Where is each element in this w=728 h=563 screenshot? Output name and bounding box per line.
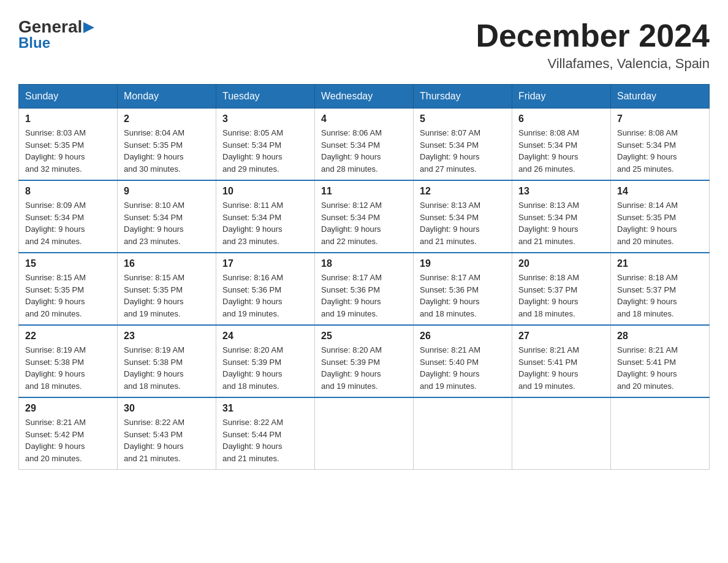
sunrise-label: Sunrise: 8:07 AM <box>420 128 480 137</box>
daylight-minutes: and 18 minutes. <box>518 309 575 318</box>
day-info: Sunrise: 8:21 AM Sunset: 5:40 PM Dayligh… <box>420 344 506 392</box>
sunset-label: Sunset: 5:34 PM <box>321 140 380 150</box>
day-number: 21 <box>617 258 703 269</box>
page-header: General Blue December 2024 Villafames, V… <box>18 18 710 72</box>
header-sunday: Sunday <box>19 85 118 109</box>
daylight-minutes: and 21 minutes. <box>124 454 181 463</box>
day-number: 29 <box>25 403 111 414</box>
table-row <box>315 397 414 470</box>
table-row: 24 Sunrise: 8:20 AM Sunset: 5:39 PM Dayl… <box>216 325 315 397</box>
table-row: 12 Sunrise: 8:13 AM Sunset: 5:34 PM Dayl… <box>414 180 512 253</box>
daylight-minutes: and 19 minutes. <box>518 381 575 391</box>
day-number: 23 <box>124 331 210 342</box>
daylight-label: Daylight: 9 hours <box>222 442 282 451</box>
sunrise-label: Sunrise: 8:17 AM <box>321 273 382 282</box>
calendar-week-row: 29 Sunrise: 8:21 AM Sunset: 5:42 PM Dayl… <box>19 397 710 470</box>
day-number: 4 <box>321 113 407 124</box>
sunset-label: Sunset: 5:36 PM <box>420 285 479 294</box>
header-wednesday: Wednesday <box>315 85 414 109</box>
calendar-week-row: 1 Sunrise: 8:03 AM Sunset: 5:35 PM Dayli… <box>19 109 710 181</box>
day-number: 13 <box>518 186 604 197</box>
daylight-label: Daylight: 9 hours <box>617 224 677 234</box>
daylight-label: Daylight: 9 hours <box>420 152 480 161</box>
logo-blue: Blue <box>18 34 50 52</box>
day-info: Sunrise: 8:13 AM Sunset: 5:34 PM Dayligh… <box>518 199 604 247</box>
table-row: 29 Sunrise: 8:21 AM Sunset: 5:42 PM Dayl… <box>19 397 118 470</box>
day-info: Sunrise: 8:08 AM Sunset: 5:34 PM Dayligh… <box>617 127 703 175</box>
day-info: Sunrise: 8:15 AM Sunset: 5:35 PM Dayligh… <box>124 272 210 320</box>
daylight-label: Daylight: 9 hours <box>124 224 184 234</box>
day-info: Sunrise: 8:21 AM Sunset: 5:41 PM Dayligh… <box>617 344 703 392</box>
sunrise-label: Sunrise: 8:09 AM <box>25 201 86 210</box>
day-info: Sunrise: 8:19 AM Sunset: 5:38 PM Dayligh… <box>124 344 210 392</box>
daylight-minutes: and 21 minutes. <box>420 237 477 246</box>
daylight-label: Daylight: 9 hours <box>518 224 578 234</box>
daylight-minutes: and 18 minutes. <box>222 381 279 391</box>
day-number: 19 <box>420 258 506 269</box>
sunrise-label: Sunrise: 8:15 AM <box>25 273 86 282</box>
daylight-label: Daylight: 9 hours <box>617 369 677 378</box>
day-info: Sunrise: 8:09 AM Sunset: 5:34 PM Dayligh… <box>25 199 111 247</box>
table-row: 6 Sunrise: 8:08 AM Sunset: 5:34 PM Dayli… <box>512 109 611 181</box>
sunrise-label: Sunrise: 8:21 AM <box>518 345 579 354</box>
calendar-week-row: 8 Sunrise: 8:09 AM Sunset: 5:34 PM Dayli… <box>19 180 710 253</box>
daylight-label: Daylight: 9 hours <box>124 369 184 378</box>
daylight-minutes: and 22 minutes. <box>321 237 378 246</box>
table-row: 16 Sunrise: 8:15 AM Sunset: 5:35 PM Dayl… <box>118 253 216 325</box>
daylight-label: Daylight: 9 hours <box>518 369 578 378</box>
table-row: 20 Sunrise: 8:18 AM Sunset: 5:37 PM Dayl… <box>512 253 611 325</box>
daylight-label: Daylight: 9 hours <box>617 152 677 161</box>
calendar-table: Sunday Monday Tuesday Wednesday Thursday… <box>18 84 710 470</box>
daylight-minutes: and 19 minutes. <box>124 309 181 318</box>
day-number: 30 <box>124 403 210 414</box>
day-number: 17 <box>222 258 308 269</box>
day-info: Sunrise: 8:11 AM Sunset: 5:34 PM Dayligh… <box>222 199 308 247</box>
sunrise-label: Sunrise: 8:21 AM <box>420 345 480 354</box>
logo: General Blue <box>18 18 96 52</box>
daylight-label: Daylight: 9 hours <box>518 152 578 161</box>
sunset-label: Sunset: 5:34 PM <box>222 140 281 150</box>
sunrise-label: Sunrise: 8:03 AM <box>25 128 86 137</box>
day-info: Sunrise: 8:21 AM Sunset: 5:41 PM Dayligh… <box>518 344 604 392</box>
day-info: Sunrise: 8:12 AM Sunset: 5:34 PM Dayligh… <box>321 199 407 247</box>
table-row: 13 Sunrise: 8:13 AM Sunset: 5:34 PM Dayl… <box>512 180 611 253</box>
sunset-label: Sunset: 5:38 PM <box>124 358 183 367</box>
sunset-label: Sunset: 5:41 PM <box>617 358 676 367</box>
sunset-label: Sunset: 5:36 PM <box>321 285 380 294</box>
sunset-label: Sunset: 5:42 PM <box>25 430 84 439</box>
daylight-minutes: and 18 minutes. <box>617 309 674 318</box>
table-row: 18 Sunrise: 8:17 AM Sunset: 5:36 PM Dayl… <box>315 253 414 325</box>
sunset-label: Sunset: 5:40 PM <box>420 358 479 367</box>
table-row <box>512 397 611 470</box>
sunrise-label: Sunrise: 8:13 AM <box>420 201 480 210</box>
daylight-label: Daylight: 9 hours <box>518 297 578 306</box>
month-year-title: December 2024 <box>476 18 710 53</box>
day-number: 15 <box>25 258 111 269</box>
sunrise-label: Sunrise: 8:18 AM <box>617 273 678 282</box>
daylight-minutes: and 24 minutes. <box>25 237 82 246</box>
weekday-header-row: Sunday Monday Tuesday Wednesday Thursday… <box>19 85 710 109</box>
day-number: 27 <box>518 331 604 342</box>
day-number: 8 <box>25 186 111 197</box>
daylight-minutes: and 18 minutes. <box>124 381 181 391</box>
table-row: 30 Sunrise: 8:22 AM Sunset: 5:43 PM Dayl… <box>118 397 216 470</box>
table-row: 28 Sunrise: 8:21 AM Sunset: 5:41 PM Dayl… <box>611 325 710 397</box>
table-row: 31 Sunrise: 8:22 AM Sunset: 5:44 PM Dayl… <box>216 397 315 470</box>
day-info: Sunrise: 8:20 AM Sunset: 5:39 PM Dayligh… <box>321 344 407 392</box>
daylight-label: Daylight: 9 hours <box>321 369 381 378</box>
sunset-label: Sunset: 5:34 PM <box>25 213 84 222</box>
table-row: 22 Sunrise: 8:19 AM Sunset: 5:38 PM Dayl… <box>19 325 118 397</box>
daylight-minutes: and 19 minutes. <box>222 309 279 318</box>
day-number: 25 <box>321 331 407 342</box>
day-info: Sunrise: 8:16 AM Sunset: 5:36 PM Dayligh… <box>222 272 308 320</box>
sunset-label: Sunset: 5:34 PM <box>321 213 380 222</box>
sunset-label: Sunset: 5:35 PM <box>124 140 183 150</box>
table-row: 26 Sunrise: 8:21 AM Sunset: 5:40 PM Dayl… <box>414 325 512 397</box>
daylight-minutes: and 27 minutes. <box>420 164 477 174</box>
daylight-label: Daylight: 9 hours <box>222 369 282 378</box>
daylight-minutes: and 29 minutes. <box>222 164 279 174</box>
sunset-label: Sunset: 5:35 PM <box>617 213 676 222</box>
day-number: 14 <box>617 186 703 197</box>
daylight-minutes: and 21 minutes. <box>518 237 575 246</box>
daylight-label: Daylight: 9 hours <box>25 297 85 306</box>
